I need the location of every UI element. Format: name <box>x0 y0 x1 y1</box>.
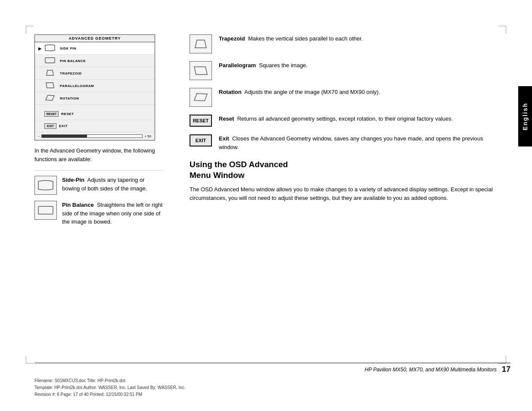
osd-row-trapezoid: TRAPEZOID <box>35 67 155 80</box>
osd-exit-btn: EXIT <box>44 123 56 129</box>
right-item-reset: RESET Reset Returns all advanced geometr… <box>190 115 493 127</box>
osd-pinbalance-label: PIN BALANCE <box>60 59 86 63</box>
sidepin-item-icon <box>34 176 57 195</box>
trapezoid-title: Trapezoid <box>219 35 245 42</box>
pinbalance-item-icon <box>34 201 57 220</box>
section-heading-line1: Using the OSD Advanced <box>190 160 288 169</box>
slider-bar <box>41 134 143 138</box>
right-reset-text: Reset Returns all advanced geometry sett… <box>219 115 453 123</box>
left-description: In the Advanced Geometry window, the fol… <box>34 146 155 163</box>
svg-rect-0 <box>45 58 55 63</box>
sidepin-item-text: Side-Pin Adjusts any tapering or bowing … <box>62 176 164 193</box>
osd-trapezoid-label: TRAPEZOID <box>60 72 82 75</box>
right-item-rotation: Rotation Adjusts the angle of the image … <box>190 88 493 107</box>
pinbalance-item-text: Pin Balance Straightens the left or righ… <box>62 201 164 226</box>
footer-meta-line1: Filename: S01MXCUS.doc Title: HP-Print2k… <box>34 377 510 384</box>
english-tab: English <box>518 86 532 146</box>
slider-minus: - <box>38 134 40 138</box>
footer-title: HP Pavilion MX50, MX70, and MX90 Multime… <box>365 367 497 373</box>
footer-page-line: HP Pavilion MX50, MX70, and MX90 Multime… <box>34 363 510 374</box>
svg-rect-1 <box>38 206 53 214</box>
reset-title: Reset <box>219 115 234 122</box>
osd-parallelogram-label: PARALLELOGRAM <box>60 84 94 88</box>
osd-spacer <box>35 105 155 108</box>
item-sidepin: Side-Pin Adjusts any tapering or bowing … <box>34 176 164 195</box>
slider-plus: + 50 <box>144 134 151 138</box>
corner-mark-tl <box>26 26 34 34</box>
osd-row-exit: EXIT EXIT <box>35 120 155 132</box>
footer-meta: Filename: S01MXCUS.doc Title: HP-Print2k… <box>34 377 510 398</box>
item-pinbalance: Pin Balance Straightens the left or righ… <box>34 201 164 226</box>
osd-rotation-label: ROTATION <box>60 97 79 100</box>
osd-row-sidepin: ▶ SIDE PIN <box>35 42 155 55</box>
osd-screenshot: ADVANCED GEOMETRY ▶ SIDE PIN <box>34 34 155 140</box>
trapezoid-icon <box>44 68 56 78</box>
right-item-exit: EXIT Exit Closes the Advanced Geometry w… <box>190 134 493 152</box>
divider <box>34 170 164 171</box>
corner-mark-tr <box>498 26 506 34</box>
osd-arrow: ▶ <box>38 46 43 51</box>
right-trapezoid-text: Trapezoid Makes the vertical sides paral… <box>219 34 363 43</box>
footer: HP Pavilion MX50, MX70, and MX90 Multime… <box>34 363 510 398</box>
section-heading: Using the OSD Advanced Menu Window <box>190 159 493 181</box>
page-content: ADVANCED GEOMETRY ▶ SIDE PIN <box>34 34 510 359</box>
parallelogram-title: Parallelogram <box>219 62 256 68</box>
sidepin-title: Side-Pin <box>62 177 84 183</box>
right-column: Trapezoid Makes the vertical sides paral… <box>190 34 493 203</box>
osd-slider-row: - + 50 <box>35 132 155 140</box>
osd-row-rotation: ROTATION <box>35 92 155 105</box>
osd-reset-btn: RESET <box>44 111 59 117</box>
osd-row-reset: RESET RESET <box>35 108 155 120</box>
pinbalance-title: Pin Balance <box>62 202 94 208</box>
osd-row-pinbalance: PIN BALANCE <box>35 55 155 67</box>
right-item-trapezoid: Trapezoid Makes the vertical sides paral… <box>190 34 493 53</box>
corner-mark-bl <box>26 356 34 364</box>
right-exit-text: Exit Closes the Advanced Geometry window… <box>219 134 493 152</box>
sidepin-icon <box>44 44 56 53</box>
rotation-icon <box>44 93 56 103</box>
slider-fill <box>42 135 87 137</box>
right-parallelogram-icon <box>190 61 212 80</box>
footer-meta-line2: Template: HP-Print2k.dot Author: WASSER,… <box>34 384 510 391</box>
osd-sidepin-label: SIDE PIN <box>60 47 76 50</box>
rotation-title: Rotation <box>219 89 242 95</box>
footer-meta-line3: Revision #: 6 Page: 17 of 40 Printed: 12… <box>34 391 510 398</box>
footer-page-number: 17 <box>502 365 510 374</box>
left-column: ADVANCED GEOMETRY ▶ SIDE PIN <box>34 34 181 232</box>
right-trapezoid-icon <box>190 34 212 53</box>
right-exit-btn: EXIT <box>190 134 212 146</box>
osd-reset-label: RESET <box>61 112 74 116</box>
right-parallelogram-text: Parallelogram Squares the image. <box>219 61 308 70</box>
parallelogram-icon <box>44 81 56 90</box>
osd-exit-label: EXIT <box>59 124 68 128</box>
osd-row-parallelogram: PARALLELOGRAM <box>35 80 155 92</box>
osd-title: ADVANCED GEOMETRY <box>35 35 155 42</box>
right-reset-btn: RESET <box>190 115 212 127</box>
right-item-parallelogram: Parallelogram Squares the image. <box>190 61 493 80</box>
section-heading-line2: Menu Window <box>190 171 245 180</box>
right-rotation-icon <box>190 88 212 107</box>
right-rotation-text: Rotation Adjusts the angle of the image … <box>219 88 380 97</box>
section-body: The OSD Advanced Menu window allows you … <box>190 185 493 203</box>
pinbalance-icon <box>44 56 56 65</box>
exit-title: Exit <box>219 135 229 142</box>
